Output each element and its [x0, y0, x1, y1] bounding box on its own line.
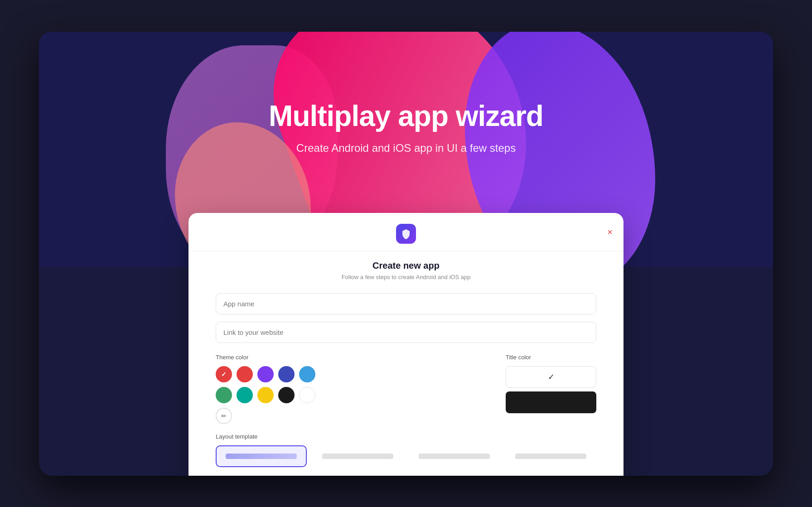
color-swatch-white[interactable] — [299, 387, 315, 403]
color-swatch-purple[interactable] — [257, 366, 274, 382]
color-swatch-red-selected[interactable] — [216, 366, 232, 382]
dialog-title: Create new app — [207, 261, 605, 271]
screen-wrapper: Multiplay app wizard Create Android and … — [39, 32, 773, 476]
color-swatch-black[interactable] — [278, 387, 295, 403]
color-swatch-red[interactable] — [237, 366, 253, 382]
eyedropper-icon: ✏ — [221, 412, 227, 420]
app-name-input[interactable] — [216, 293, 596, 314]
color-options-row: Theme color — [216, 354, 596, 424]
layout-option-3[interactable] — [409, 445, 500, 467]
theme-color-grid: ✏ — [216, 366, 488, 424]
hero-section: Multiplay app wizard Create Android and … — [39, 32, 773, 222]
title-color-white[interactable]: ✓ — [506, 366, 596, 388]
layout-option-4[interactable] — [505, 445, 596, 467]
layout-section: Layout template — [216, 433, 596, 467]
color-picker-button[interactable]: ✏ — [216, 408, 232, 424]
layout-options — [216, 445, 596, 467]
theme-color-section: Theme color — [216, 354, 488, 424]
title-color-label: Title color — [506, 354, 596, 361]
dialog-body: Theme color — [188, 284, 624, 476]
color-swatch-green[interactable] — [216, 387, 232, 403]
color-swatch-yellow[interactable] — [257, 387, 274, 403]
title-color-section: Title color ✓ — [506, 354, 596, 424]
title-color-black[interactable] — [506, 391, 596, 413]
layout-preview-1 — [226, 454, 297, 459]
dialog-subtitle: Follow a few steps to create Android and… — [207, 274, 605, 280]
layout-option-2[interactable] — [312, 445, 403, 467]
layout-label: Layout template — [216, 433, 596, 440]
theme-color-label: Theme color — [216, 354, 488, 361]
app-icon — [396, 224, 416, 244]
hero-subtitle: Create Android and iOS app in UI a few s… — [296, 142, 516, 155]
color-swatch-teal[interactable] — [237, 387, 253, 403]
layout-preview-2 — [322, 454, 394, 459]
title-color-preview: ✓ — [506, 366, 596, 413]
color-swatch-sky[interactable] — [299, 366, 315, 382]
dialog-title-section: Create new app Follow a few steps to cre… — [188, 251, 624, 284]
layout-preview-4 — [515, 454, 587, 459]
close-button[interactable]: × — [605, 226, 614, 238]
layout-option-1[interactable] — [216, 445, 307, 467]
color-swatch-navy[interactable] — [278, 366, 295, 382]
create-app-dialog: × Create new app Follow a few steps to c… — [188, 213, 624, 476]
check-icon: ✓ — [548, 372, 555, 382]
dialog-header: × — [188, 213, 624, 251]
layout-preview-3 — [419, 454, 490, 459]
hero-title: Multiplay app wizard — [269, 99, 543, 133]
website-input[interactable] — [216, 322, 596, 343]
